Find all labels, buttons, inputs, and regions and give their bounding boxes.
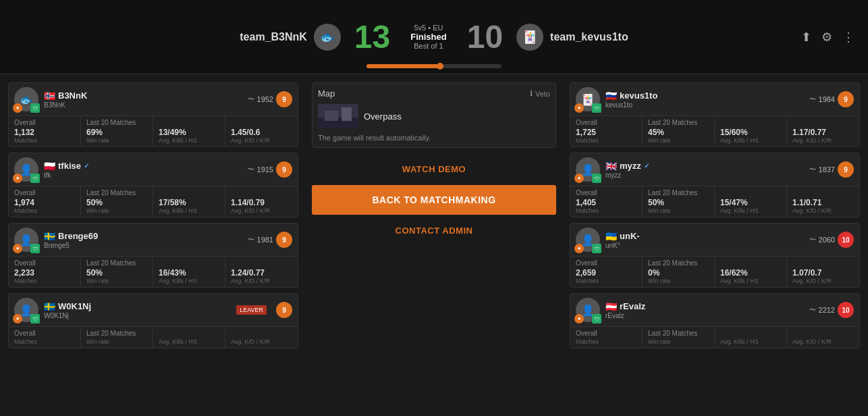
share-icon[interactable]: ⬆ (801, 30, 811, 45)
overall-section: Overall 1,405 Matches (570, 186, 643, 217)
player-name: 🇳🇴 B3NnK (44, 90, 242, 101)
overall-matches: 1,725 (576, 128, 636, 137)
overall-header: Overall (576, 119, 636, 126)
overall-matches: 1,132 (14, 128, 75, 137)
map-thumbnail (318, 104, 358, 128)
overall-section: Overall 1,974 Matches (9, 186, 81, 217)
overall-section: Overall Matches (9, 327, 81, 348)
win-rate: 69% (86, 128, 147, 137)
player-flag: 🇬🇧 (605, 161, 617, 172)
player-header: 👤 ★ 🛡 🇸🇪 W0K1Nj W0K1Nj LEAVER 9 (9, 294, 298, 326)
player-elo: 〜 1837 9 (809, 161, 854, 178)
player-name: 🇷🇺 kevus1to (605, 90, 804, 101)
player-stats: Overall 2,659 Matches Last 20 Matches 0%… (570, 256, 859, 287)
elo-number: 1915 (257, 165, 273, 174)
overall-header: Overall (576, 330, 636, 337)
trend-icon: 〜 (248, 235, 254, 244)
score-right: 10 (467, 18, 503, 55)
player-flag: 🇳🇴 (44, 90, 55, 101)
win-rate-label: Win rate (648, 278, 709, 284)
player-elo: 〜 2212 10 (809, 302, 854, 318)
player-card: 🐟 ★ 🛡 🇳🇴 B3NnK B3NnK 〜 1952 9 (8, 82, 298, 147)
avg-kd-label: Avg. K/D / K/R (792, 338, 854, 345)
player-name: 🇦🇹 rEvalz (605, 301, 804, 312)
win-rate-label: Win rate (648, 137, 709, 144)
kills-section: Avg. Kills / HS (715, 327, 787, 348)
more-icon[interactable]: ⋮ (842, 30, 855, 45)
avg-kd: 1.14/0.79 (231, 198, 292, 207)
shield-badge: 🛡 (30, 103, 40, 113)
player-tag: tfk (44, 172, 242, 179)
avg-kd: 1.07/0.7 (792, 268, 854, 278)
level-badge: 9 (838, 161, 854, 178)
player-header: 👤 ★ 🛡 🇵🇱 tfkise ✓ tfk 〜 1915 9 (9, 153, 298, 186)
player-stats: Overall 2,233 Matches Last 20 Matches 50… (9, 256, 298, 287)
last20-section: Last 20 Matches 50% Win rate (643, 186, 715, 217)
center-column: Map ℹ Veto Overpass The game will r (298, 82, 570, 408)
player-header: 👤 ★ 🛡 🇺🇦 unK- unK° 〜 2060 10 (570, 224, 859, 256)
win-rate-label: Win rate (86, 278, 147, 284)
trend-icon: 〜 (248, 165, 254, 174)
player-tag: rEvalz (605, 312, 804, 319)
kills-section: 13/49% Avg. Kills / HS (153, 116, 225, 147)
player-card: 👤 ★ 🛡 🇬🇧 myzz ✓ myzz 〜 1837 9 (570, 153, 860, 217)
rank-badge: ★ (574, 103, 584, 113)
overall-header: Overall (14, 330, 75, 337)
player-avatar: 👤 ★ 🛡 (576, 298, 600, 322)
map-name: Overpass (364, 111, 402, 122)
player-tag: kevus1to (605, 101, 804, 109)
player-header: 🐟 ★ 🛡 🇳🇴 B3NnK B3NnK 〜 1952 9 (9, 83, 298, 115)
watch-demo-button[interactable]: WATCH DEMO (312, 159, 556, 180)
player-tag: myzz (605, 172, 804, 179)
map-info-text: The game will result automatically. (318, 134, 550, 142)
kills-section: 16/62% Avg. Kills / HS (715, 257, 787, 287)
kills-section: 15/47% Avg. Kills / HS (715, 186, 787, 217)
kills-header (720, 189, 781, 197)
tools-icon[interactable]: ⚙ (821, 30, 832, 45)
last20-section: Last 20 Matches 50% Win rate (81, 186, 153, 217)
player-header: 👤 ★ 🛡 🇦🇹 rEvalz rEvalz 〜 2212 10 (570, 294, 859, 326)
avg-kd: 1.24/0.77 (231, 268, 292, 278)
verified-icon: ✓ (84, 162, 89, 170)
player-info: 🇸🇪 Brenge69 Brenge5 (44, 231, 242, 249)
last20-section: Last 20 Matches Win rate (81, 327, 153, 348)
info-icon: ℹ (530, 89, 533, 98)
player-card: 👤 ★ 🛡 🇸🇪 W0K1Nj W0K1Nj LEAVER 9 Overall (8, 293, 298, 348)
matches-label: Matches (14, 278, 75, 284)
kills-header (720, 119, 781, 126)
matches-label: Matches (14, 207, 75, 214)
player-avatar: 👤 ★ 🛡 (14, 157, 38, 182)
level-badge: 9 (838, 91, 854, 107)
avg-kd-label: Avg. K/D / K/R (231, 207, 292, 214)
kd-header (231, 259, 292, 267)
rank-badge: ★ (13, 314, 22, 323)
action-buttons: WATCH DEMO BACK TO MATCHMAKING CONTACT A… (312, 159, 556, 241)
player-elo: 〜 1915 9 (248, 161, 292, 178)
player-flag: 🇺🇦 (605, 231, 617, 242)
contact-admin-button[interactable]: CONTACT ADMIN (312, 220, 556, 241)
avg-kd: 1.17/0.77 (792, 128, 854, 137)
map-label: Map (318, 88, 335, 99)
trend-icon: 〜 (809, 165, 816, 174)
match-info: 5v5 • EU Finished Best of 1 (410, 24, 446, 50)
back-matchmaking-button[interactable]: BACK TO MATCHMAKING (312, 185, 556, 215)
player-stats: Overall 1,725 Matches Last 20 Matches 45… (570, 115, 859, 147)
kd-header (792, 259, 854, 267)
player-info: 🇵🇱 tfkise ✓ tfk (44, 161, 242, 179)
team-right-column: 🃏 ★ 🛡 🇷🇺 kevus1to kevus1to 〜 1984 9 (570, 82, 860, 408)
avg-kd-label: Avg. K/D / K/R (231, 338, 292, 345)
last20-header: Last 20 Matches (648, 330, 709, 337)
avg-kd: 1.1/0.71 (792, 198, 854, 207)
player-elo: 〜 1984 9 (809, 91, 854, 107)
player-avatar: 👤 ★ 🛡 (576, 157, 600, 182)
rank-badge: ★ (574, 314, 584, 323)
matches-label: Matches (576, 207, 636, 214)
avg-kills: 13/49% (159, 128, 219, 137)
player-header: 🃏 ★ 🛡 🇷🇺 kevus1to kevus1to 〜 1984 9 (570, 83, 859, 115)
player-tag: W0K1Nj (44, 312, 231, 319)
player-info: 🇷🇺 kevus1to kevus1to (605, 90, 804, 109)
svg-rect-3 (342, 107, 352, 121)
team-left-column: 🐟 ★ 🛡 🇳🇴 B3NnK B3NnK 〜 1952 9 (8, 82, 298, 408)
kills-header (720, 259, 781, 267)
player-info: 🇸🇪 W0K1Nj W0K1Nj (44, 301, 231, 319)
